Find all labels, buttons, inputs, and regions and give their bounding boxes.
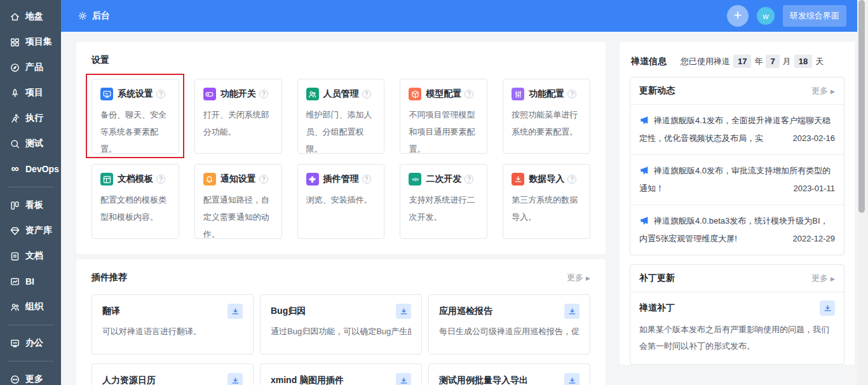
usage-duration: 您已使用禅道 17年 7月 18天 [681, 55, 824, 68]
code-icon: </> [409, 173, 421, 186]
plugin-card-bug-attribution[interactable]: Bug归因 通过Bug归因功能，可以确定Bug产生的 [260, 294, 422, 355]
sidebar-item-label: 资产库 [25, 225, 52, 236]
download-button[interactable] [227, 304, 243, 319]
usage-months: 7 [766, 55, 779, 68]
plugins-more-link[interactable]: 更多 [567, 272, 590, 283]
plugins-heading: 插件推荐 [92, 272, 127, 283]
sidebar: 地盘 项目集 产品 项目 执行 测试 ∞DevOps 看板 资产库 文档 BI … [0, 0, 61, 385]
help-icon[interactable] [156, 175, 165, 184]
sidebar-item-product[interactable]: 产品 [0, 55, 61, 80]
sidebar-item-office[interactable]: 办公 [0, 330, 61, 356]
settings-card-notification[interactable]: 通知设置 配置通知路径，自定义需要通知的动作。 [194, 164, 282, 239]
sidebar-item-test[interactable]: 测试 [0, 131, 61, 156]
monitor-icon [100, 88, 113, 100]
sidebar-divider [8, 361, 53, 361]
page-scrollbar [857, 0, 868, 385]
patch-item-desc: 如果某个版本发布之后有严重影响使用的问题，我们会第一时间以补丁的形式发布。 [639, 321, 835, 355]
download-button[interactable] [396, 373, 411, 385]
news-item[interactable]: 禅道旗舰版4.0发布，审批流支持增加所有类型的通知！ 2023-01-11 [630, 154, 844, 205]
help-icon[interactable] [567, 175, 576, 184]
patch-card: 补丁更新 更多 禅道补丁 如果某个版本发布之后有严重影响使用的问题，我们会第一时… [630, 264, 844, 365]
sidebar-item-doc[interactable]: 文档 [0, 243, 61, 269]
download-icon [231, 376, 240, 385]
download-button[interactable] [396, 304, 411, 319]
sidebar-item-bi[interactable]: BI [0, 269, 61, 294]
plugin-card-testcase-import-export[interactable]: 测试用例批量导入导出 [428, 363, 590, 385]
workspace-switch-button[interactable]: 研发综合界面 [783, 5, 846, 27]
settings-card-model[interactable]: 模型配置 不同项目管理模型和项目通用要素配置。 [400, 79, 487, 154]
patch-more-link[interactable]: 更多 [811, 273, 835, 284]
sidebar-item-project[interactable]: 项目 [0, 80, 61, 105]
help-icon[interactable] [259, 175, 268, 184]
news-more-link[interactable]: 更多 [811, 85, 835, 97]
sidebar-item-label: 看板 [25, 199, 43, 211]
patch-item-title: 禅道补丁 [639, 302, 675, 314]
more-icon [10, 374, 20, 385]
settings-card-import[interactable]: 数据导入 第三方系统的数据导入。 [503, 164, 590, 239]
megaphone-icon [639, 215, 649, 226]
sidebar-divider [8, 325, 53, 325]
news-item[interactable]: 禅道旗舰版4.0.beta3发布，统计模块升级为BI，内置5张宏观管理维度大屏!… [630, 205, 844, 255]
grid-icon [10, 37, 20, 48]
settings-panel: 设置 系统设置 备份、聊天、安全等系统各要素配置。 功能开关 打开、关闭系统部分… [76, 42, 606, 254]
topbar-admin-tab[interactable]: 后台 [78, 10, 110, 22]
plugins-panel: 插件推荐 更多 翻译 可以对禅道语言进行翻译。 Bug归因 通过Bug归因功能，… [76, 259, 606, 385]
gear-icon [78, 11, 88, 21]
sidebar-item-more[interactable]: 更多 [0, 367, 61, 385]
megaphone-icon [639, 165, 649, 175]
topbar: 后台 + w 研发综合界面 [61, 0, 868, 32]
add-button[interactable]: + [727, 5, 749, 27]
cube-icon [409, 88, 421, 100]
download-button[interactable] [564, 373, 580, 385]
settings-grid: 系统设置 备份、聊天、安全等系统各要素配置。 功能开关 打开、关闭系统部分功能。… [92, 79, 590, 239]
settings-card-staff[interactable]: 人员管理 维护部门、添加人员、分组配置权限。 [297, 79, 385, 154]
settings-card-dev[interactable]: </>二次开发 支持对系统进行二次开发。 [400, 164, 487, 239]
help-icon[interactable] [465, 90, 473, 98]
sidebar-item-devops[interactable]: ∞DevOps [0, 156, 61, 182]
help-icon[interactable] [156, 90, 165, 98]
sidebar-item-org[interactable]: 组织 [0, 294, 61, 320]
plus-icon: + [734, 8, 742, 22]
sidebar-item-kanban[interactable]: 看板 [0, 192, 61, 218]
help-icon[interactable] [362, 175, 371, 184]
download-button[interactable] [820, 301, 835, 316]
download-icon [399, 307, 409, 316]
kanban-icon [10, 200, 20, 211]
sidebar-item-program[interactable]: 项目集 [0, 29, 61, 55]
rocket-icon [10, 88, 20, 98]
avatar[interactable]: w [757, 7, 775, 25]
puzzle-icon [306, 173, 319, 186]
help-icon[interactable] [567, 90, 576, 98]
sidebar-item-execution[interactable]: 执行 [0, 105, 61, 131]
plugin-card-inspection-report[interactable]: 应用巡检报告 每日生成公司级禅道应用巡检报告，促进 [428, 294, 590, 355]
plugin-card-translate[interactable]: 翻译 可以对禅道语言进行翻译。 [92, 294, 254, 355]
settings-card-feature-config[interactable]: 功能配置 按照功能菜单进行系统的要素配置。 [503, 79, 590, 154]
scrollbar-thumb[interactable] [858, 0, 865, 213]
people-icon [10, 302, 20, 313]
office-icon [10, 338, 20, 349]
sidebar-item-home[interactable]: 地盘 [0, 4, 61, 29]
download-button[interactable] [227, 373, 243, 385]
settings-card-doc-template[interactable]: 文档模板 配置文档的模板类型和模板内容。 [92, 164, 179, 239]
help-icon[interactable] [465, 175, 473, 184]
plugin-card-hr-calendar[interactable]: 人力资源日历 [92, 363, 254, 385]
sidebar-item-assets[interactable]: 资产库 [0, 218, 61, 243]
news-item[interactable]: 禅道旗舰版4.1发布，全面提升禅道客户端聊天稳定性，优化音视频状态及布局，实 2… [630, 105, 844, 154]
sidebar-divider [8, 187, 53, 187]
sidebar-item-label: DevOps [25, 164, 59, 174]
help-icon[interactable] [362, 90, 371, 98]
sidebar-item-label: 测试 [25, 138, 43, 149]
plugin-card-xmind[interactable]: xmind 脑图用插件 [260, 363, 422, 385]
settings-card-plugins[interactable]: 插件管理 浏览、安装插件。 [297, 164, 385, 239]
settings-card-system[interactable]: 系统设置 备份、聊天、安全等系统各要素配置。 [92, 79, 179, 154]
help-icon[interactable] [259, 90, 268, 98]
settings-card-feature-switch[interactable]: 功能开关 打开、关闭系统部分功能。 [194, 79, 282, 154]
download-icon [567, 376, 577, 385]
sidebar-item-label: 产品 [25, 62, 43, 73]
infinity-icon: ∞ [10, 164, 20, 175]
sidebar-item-label: 项目 [25, 87, 43, 98]
usage-days: 18 [794, 55, 812, 68]
sidebar-item-label: 办公 [25, 337, 43, 349]
news-title: 更新动态 [639, 85, 675, 97]
download-button[interactable] [564, 304, 580, 319]
